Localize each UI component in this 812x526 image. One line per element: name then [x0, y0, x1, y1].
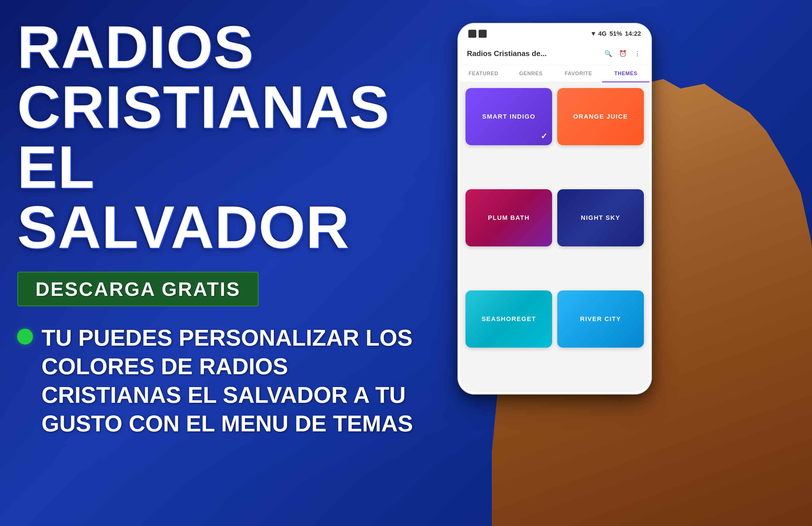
phone-section: ▼ 4G 51% 14:22 Radios Cristianas de... 🔍… [435, 9, 812, 526]
title-line1: RADIOS CRISTIANAS [17, 17, 418, 137]
theme-smart-indigo[interactable]: SMART INDIGO ✓ [465, 88, 552, 145]
phone-inner: ▼ 4G 51% 14:22 Radios Cristianas de... 🔍… [460, 25, 650, 392]
phone-content: ▼ 4G 51% 14:22 Radios Cristianas de... 🔍… [460, 25, 650, 392]
phone-device: ▼ 4G 51% 14:22 Radios Cristianas de... 🔍… [458, 23, 652, 394]
title-line2: EL SALVADOR [17, 137, 418, 257]
theme-orange-juice[interactable]: ORANGE JUICE [557, 88, 644, 145]
status-right: ▼ 4G 51% 14:22 [590, 30, 641, 38]
tab-bar: FEATURED GENRES FAVORITE THEMES [460, 65, 650, 82]
status-bar: ▼ 4G 51% 14:22 [460, 25, 650, 42]
download-badge[interactable]: DESCARGA GRATIS [17, 272, 259, 306]
status-left [468, 30, 487, 38]
signal-strength: ▼ 4G [590, 30, 606, 38]
app-toolbar: Radios Cristianas de... 🔍 ⏰ ⋮ [460, 42, 650, 65]
theme-river-city[interactable]: RIVER CITY [557, 290, 644, 348]
more-icon[interactable]: ⋮ [632, 48, 642, 59]
notification-icon [468, 30, 476, 38]
battery-level: 51% [610, 30, 622, 38]
tab-themes[interactable]: THEMES [602, 65, 650, 82]
left-section: RADIOS CRISTIANAS EL SALVADOR DESCARGA G… [17, 17, 418, 438]
timer-icon[interactable]: ⏰ [618, 48, 628, 59]
theme-night-sky[interactable]: NIGHT SKY [557, 189, 644, 246]
green-dot-icon [17, 329, 33, 345]
description-text: TU PUEDES PERSONALIZAR LOS COLORES DE RA… [42, 324, 418, 438]
search-icon[interactable]: 🔍 [603, 48, 613, 59]
tab-genres[interactable]: GENRES [507, 65, 555, 82]
download-badge-label: DESCARGA GRATIS [35, 278, 241, 300]
theme-seashore[interactable]: SEASHOREGET [465, 290, 552, 348]
tab-featured[interactable]: FEATURED [460, 65, 507, 82]
selected-checkmark: ✓ [541, 132, 548, 141]
time-display: 14:22 [625, 30, 641, 38]
tab-favorite[interactable]: FAVORITE [555, 65, 602, 82]
app-title: Radios Cristianas de... [467, 49, 599, 58]
theme-plum-bath[interactable]: PLUM BATH [465, 189, 552, 246]
themes-grid: SMART INDIGO ✓ ORANGE JUICE PLUM BATH NI… [460, 82, 650, 392]
description-container: TU PUEDES PERSONALIZAR LOS COLORES DE RA… [17, 324, 418, 438]
notification-icon2 [479, 30, 487, 38]
main-title: RADIOS CRISTIANAS EL SALVADOR [17, 17, 418, 257]
